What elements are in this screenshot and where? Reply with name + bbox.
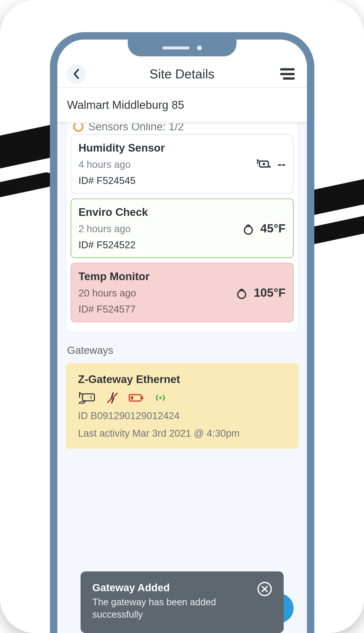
sensor-card[interactable]: Enviro Check 2 hours ago ID# F524522 45°…: [71, 199, 294, 258]
device-icon: [256, 159, 271, 169]
svg-rect-10: [142, 396, 143, 399]
page-title: Site Details: [150, 67, 214, 81]
sensors-status-row: Sensors Online: 1/2: [71, 123, 294, 134]
gateway-device-icon: [78, 392, 96, 404]
gateway-status-icons: [78, 392, 289, 404]
gateway-card[interactable]: Z-Gateway Ethernet: [66, 363, 298, 449]
power-off-icon: [106, 392, 118, 404]
gateways-label: Gateways: [67, 344, 297, 356]
app-screen: Site Details Walmart Middleburg 85 Senso…: [57, 40, 307, 633]
sensor-id: ID# F524522: [78, 239, 286, 251]
sensors-status-text: Sensors Online: 1/2: [88, 123, 184, 133]
menu-icon: [280, 68, 294, 71]
signal-icon: [154, 393, 167, 402]
svg-rect-2: [268, 166, 271, 167]
gateway-name: Z-Gateway Ethernet: [78, 373, 289, 385]
content-area: Sensors Online: 1/2 Humidity Sensor 4 ho…: [57, 122, 307, 633]
status-ring-icon: [73, 123, 84, 132]
svg-point-12: [159, 397, 162, 399]
svg-rect-5: [82, 394, 94, 401]
sensors-panel: Sensors Online: 1/2 Humidity Sensor 4 ho…: [66, 122, 298, 333]
toast-title: Gateway Added: [92, 582, 250, 594]
product-card: Site Details Walmart Middleburg 85 Senso…: [0, 0, 364, 633]
back-button[interactable]: [67, 64, 86, 84]
site-name: Walmart Middleburg 85: [57, 88, 307, 122]
battery-low-icon: [128, 393, 144, 402]
temperature-icon: [236, 286, 247, 299]
sensor-name: Enviro Check: [78, 206, 286, 218]
temperature-icon: [243, 221, 254, 235]
toast: Gateway Added The gateway has been added…: [80, 571, 284, 633]
sensor-ago: 4 hours ago: [78, 159, 286, 170]
decoration: [0, 171, 55, 200]
sensor-card[interactable]: Humidity Sensor 4 hours ago ID# F524545: [71, 134, 294, 194]
svg-point-7: [90, 398, 92, 399]
sensor-name: Humidity Sensor: [78, 142, 286, 154]
sensor-id: ID# F524545: [78, 175, 286, 186]
sensor-card[interactable]: Temp Monitor 20 hours ago ID# F524577 10…: [71, 263, 294, 322]
chevron-left-icon: [73, 69, 80, 79]
phone-notch: [128, 40, 236, 56]
phone-frame: Site Details Walmart Middleburg 85 Senso…: [50, 32, 314, 633]
sensor-value: --: [278, 157, 286, 171]
gateway-last-activity: Last activity Mar 3rd 2021 @ 4:30pm: [78, 428, 289, 439]
sensor-value: 105°F: [254, 286, 286, 299]
toast-close-button[interactable]: [258, 582, 272, 596]
sensor-name: Temp Monitor: [78, 270, 286, 283]
close-icon: [261, 585, 268, 592]
svg-point-6: [90, 396, 92, 397]
menu-button[interactable]: [280, 68, 294, 80]
app-header: Site Details: [57, 61, 307, 88]
gateway-id: ID B091290129012424: [78, 410, 289, 421]
svg-point-1: [263, 163, 265, 165]
svg-rect-11: [131, 396, 133, 400]
sensor-value: 45°F: [260, 222, 286, 235]
sensor-id: ID# F524577: [78, 304, 286, 315]
toast-message: The gateway has been added successfully: [92, 596, 250, 621]
